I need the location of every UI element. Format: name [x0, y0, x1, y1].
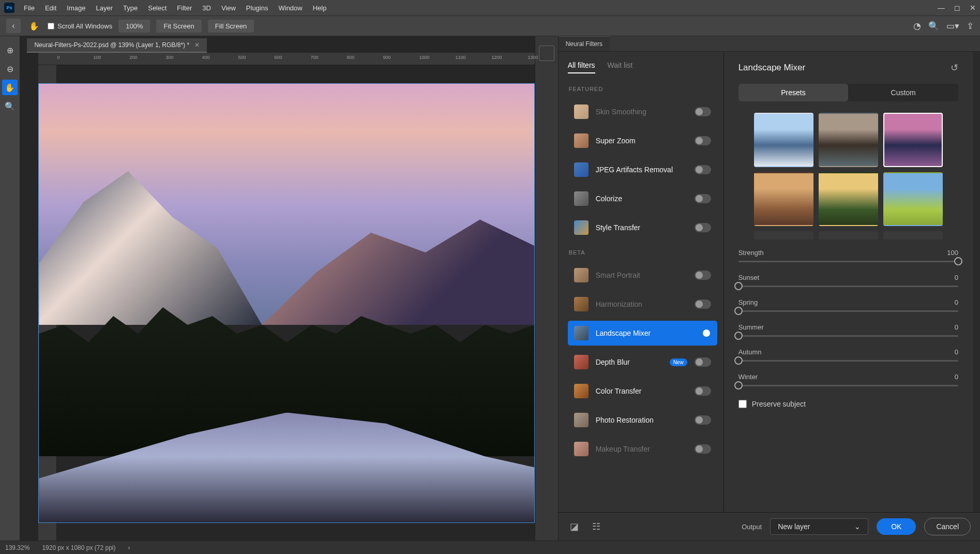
- slider-track[interactable]: [738, 360, 958, 362]
- filter-toggle[interactable]: [695, 165, 711, 174]
- status-zoom[interactable]: 139.32%: [5, 544, 29, 551]
- hand-tool-icon[interactable]: ✋: [2, 80, 18, 95]
- slider-thumb[interactable]: [734, 381, 743, 390]
- slider-track[interactable]: [738, 385, 958, 386]
- filter-toggle[interactable]: [695, 415, 711, 425]
- scroll-all-checkbox-input[interactable]: [48, 23, 54, 29]
- tool-minus-icon[interactable]: ⊖: [2, 61, 18, 77]
- filter-toggle[interactable]: [695, 136, 711, 145]
- menu-plugins[interactable]: Plugins: [241, 1, 274, 15]
- ok-button[interactable]: OK: [877, 518, 916, 535]
- layers-stack-icon[interactable]: ☷: [590, 520, 603, 533]
- reset-icon[interactable]: ↺: [951, 62, 958, 73]
- filter-makeup-transfer[interactable]: Makeup Transfer: [568, 437, 717, 461]
- panel-tab-neural[interactable]: Neural Filters: [559, 36, 610, 51]
- menu-view[interactable]: View: [216, 1, 241, 15]
- cancel-button[interactable]: Cancel: [924, 518, 971, 535]
- filter-toggle[interactable]: [695, 194, 711, 203]
- document-tab[interactable]: Neural-Filters-Ps-2022.psd @ 139% (Layer…: [27, 38, 207, 53]
- filter-landscape-mixer[interactable]: Landscape Mixer: [568, 321, 717, 346]
- slider-thumb[interactable]: [734, 356, 743, 365]
- filter-depth-blur[interactable]: Depth Blur New: [568, 350, 717, 375]
- filter-jpeg-artifacts[interactable]: JPEG Artifacts Removal: [568, 157, 717, 182]
- slider-winter[interactable]: Winter0: [738, 373, 958, 386]
- menu-file[interactable]: File: [19, 1, 40, 15]
- preset-thumbnail-stub[interactable]: [754, 231, 813, 239]
- slider-autumn[interactable]: Autumn0: [738, 348, 958, 362]
- filter-smart-portrait[interactable]: Smart Portrait: [568, 263, 717, 288]
- tab-wait-list[interactable]: Wait list: [608, 61, 632, 73]
- preset-thumbnail-2[interactable]: [819, 113, 878, 167]
- slider-strength[interactable]: Strength100: [738, 249, 958, 262]
- preset-thumbnail-stub[interactable]: [819, 231, 878, 239]
- slider-track[interactable]: [738, 286, 958, 287]
- preset-thumbnail-5[interactable]: [819, 172, 878, 227]
- close-icon[interactable]: ✕: [970, 4, 976, 12]
- menu-edit[interactable]: Edit: [40, 1, 62, 15]
- zoom-level-button[interactable]: 100%: [118, 20, 150, 33]
- menu-help[interactable]: Help: [308, 1, 332, 15]
- search-icon[interactable]: 🔍: [928, 21, 939, 32]
- tab-all-filters[interactable]: All filters: [568, 61, 595, 73]
- filter-toggle[interactable]: [695, 386, 711, 396]
- menu-image[interactable]: Image: [62, 1, 91, 15]
- preserve-subject-input[interactable]: [738, 400, 747, 408]
- menu-3d[interactable]: 3D: [197, 1, 216, 15]
- preset-thumbnail-4[interactable]: [754, 172, 813, 227]
- slider-spring[interactable]: Spring0: [738, 298, 958, 312]
- scroll-all-windows-checkbox[interactable]: Scroll All Windows: [48, 22, 112, 30]
- preset-thumbnail-stub[interactable]: [883, 231, 943, 239]
- menu-select[interactable]: Select: [143, 1, 172, 15]
- scrollbar[interactable]: [973, 52, 980, 512]
- filter-color-transfer[interactable]: Color Transfer: [568, 379, 717, 403]
- slider-thumb[interactable]: [734, 332, 743, 340]
- menu-type[interactable]: Type: [118, 1, 143, 15]
- filter-photo-restoration[interactable]: Photo Restoration: [568, 408, 717, 432]
- menu-window[interactable]: Window: [273, 1, 307, 15]
- collapsed-panel-icon[interactable]: [539, 46, 554, 61]
- share-icon[interactable]: ⇪: [967, 21, 974, 32]
- preset-thumbnail-6[interactable]: [883, 172, 943, 227]
- fit-screen-button[interactable]: Fit Screen: [156, 20, 201, 33]
- filter-toggle[interactable]: [695, 357, 711, 367]
- fill-screen-button[interactable]: Fill Screen: [208, 20, 254, 33]
- filter-super-zoom[interactable]: Super Zoom: [568, 128, 717, 153]
- slider-track[interactable]: [738, 335, 958, 337]
- maximize-icon[interactable]: ◻: [954, 4, 960, 12]
- filter-toggle[interactable]: [695, 271, 711, 280]
- slider-summer[interactable]: Summer0: [738, 323, 958, 337]
- slider-thumb[interactable]: [734, 282, 743, 290]
- tab-custom[interactable]: Custom: [848, 84, 958, 101]
- slider-track[interactable]: [738, 261, 958, 262]
- filter-toggle[interactable]: [695, 328, 711, 338]
- filter-toggle[interactable]: [695, 107, 711, 116]
- slider-thumb[interactable]: [734, 307, 743, 315]
- zoom-tool-icon[interactable]: 🔍: [2, 98, 18, 114]
- status-chevron-icon[interactable]: ›: [128, 544, 130, 551]
- filter-toggle[interactable]: [695, 223, 711, 232]
- cloud-docs-icon[interactable]: ◔: [913, 21, 921, 32]
- home-back-button[interactable]: ‹: [6, 19, 21, 33]
- canvas-viewport[interactable]: [38, 65, 535, 541]
- tool-plus-icon[interactable]: ⊕: [2, 42, 18, 58]
- preset-thumbnail-1[interactable]: [754, 113, 813, 167]
- filter-style-transfer[interactable]: Style Transfer: [568, 215, 717, 240]
- output-dropdown[interactable]: New layer ⌄: [770, 518, 868, 535]
- hand-tool-icon[interactable]: ✋: [27, 19, 41, 33]
- preserve-subject-checkbox[interactable]: Preserve subject: [738, 400, 958, 408]
- tab-presets[interactable]: Presets: [738, 84, 849, 101]
- minimize-icon[interactable]: —: [938, 4, 945, 12]
- slider-thumb[interactable]: [954, 257, 962, 265]
- canvas-image[interactable]: [38, 83, 535, 523]
- menu-filter[interactable]: Filter: [172, 1, 197, 15]
- document-tab-close-icon[interactable]: ✕: [194, 41, 200, 49]
- slider-sunset[interactable]: Sunset0: [738, 274, 958, 287]
- filter-harmonization[interactable]: Harmonization: [568, 292, 717, 317]
- slider-track[interactable]: [738, 310, 958, 312]
- preset-thumbnail-3[interactable]: [883, 113, 943, 167]
- filter-skin-smoothing[interactable]: Skin Smoothing: [568, 99, 717, 124]
- workspace-switcher-icon[interactable]: ▭▾: [946, 21, 959, 32]
- preview-toggle-icon[interactable]: ◪: [568, 520, 581, 533]
- menu-layer[interactable]: Layer: [91, 1, 118, 15]
- filter-toggle[interactable]: [695, 444, 711, 454]
